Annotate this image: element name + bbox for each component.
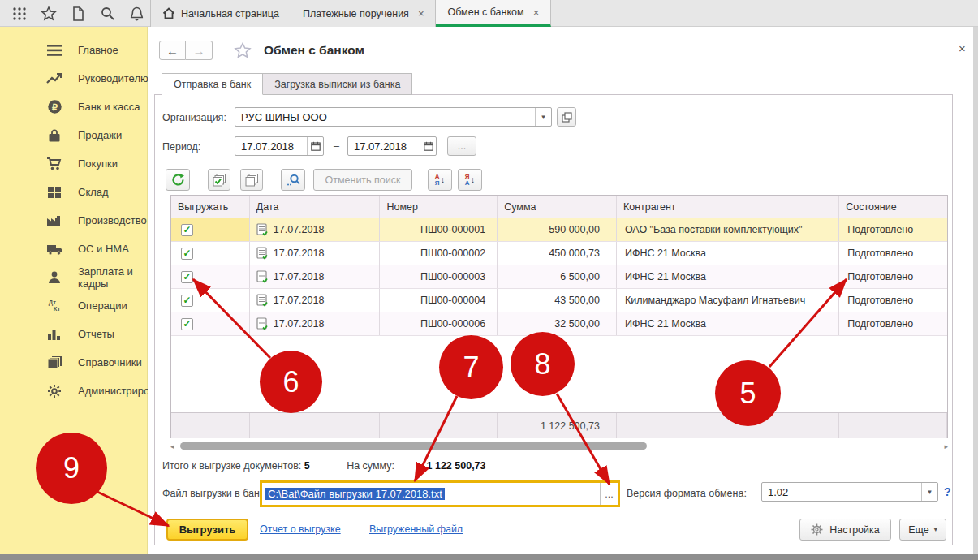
settings-button[interactable]: Настройка [799,519,891,541]
sidebar-item-bank-cash[interactable]: ₽ Банк и касса [0,93,147,121]
chevron-down-icon[interactable]: ▾ [535,108,551,126]
sidebar-item-label: Отчеты [78,328,114,340]
sidebar-item-label: Зарплата и кадры [78,265,147,290]
scroll-left-icon[interactable]: ◂ [170,442,179,450]
sort-asc-button[interactable]: АЯ ↓ [428,169,452,191]
cancel-search-button[interactable]: Отменить поиск [313,169,412,191]
scroll-right-icon[interactable]: ▸ [940,442,948,450]
sort-asc-icon: АЯ ↓ [435,174,445,187]
sidebar-item-label: Склад [78,186,109,198]
favorite-star-icon[interactable] [234,42,252,59]
period-to-field[interactable]: 17.07.2018 [347,136,437,156]
table-row[interactable]: ✓ 17.07.2018 ПШ00-000004 43 500,00 Килим… [171,289,947,312]
cell-counterparty: ОАО "База поставки комплектующих" [617,218,839,241]
row-checkbox[interactable]: ✓ [181,318,193,330]
format-version-value: 1.02 [762,486,921,498]
close-icon[interactable]: × [533,6,540,19]
table-row[interactable]: ✓ 17.07.2018 ПШ00-000003 6 500,00 ИФНС 2… [171,265,947,289]
sort-desc-button[interactable]: ЯА ↓ [458,169,482,191]
table-row[interactable]: ✓ 17.07.2018 ПШ00-000006 32 500,00 ИФНС … [171,312,947,336]
col-export[interactable]: Выгружать [171,196,250,218]
refresh-icon [171,173,185,187]
back-button[interactable]: ← [159,41,186,60]
bell-icon[interactable] [128,6,144,22]
more-button[interactable]: Еще ▾ [899,519,946,541]
row-checkbox[interactable]: ✓ [181,271,193,283]
period-more-button[interactable]: ... [447,136,476,156]
more-label: Еще [908,524,928,536]
uncheck-all-button[interactable] [240,169,263,191]
organization-field[interactable]: РУС ШИНЫ ООО ▾ [235,107,552,127]
chevron-down-icon: ▾ [934,526,937,533]
col-status[interactable]: Состояние [839,196,947,218]
upload-button[interactable]: Выгрузить [166,519,248,541]
open-organization-button[interactable] [557,107,576,127]
sidebar-item-administration[interactable]: Администрирование [0,377,147,405]
col-number[interactable]: Номер [380,196,498,218]
sidebar-item-fixed-assets[interactable]: ОС и НМА [0,235,147,263]
col-amount[interactable]: Сумма [498,196,617,218]
help-link[interactable]: ? [944,485,951,498]
tab-bank-exchange[interactable]: Обмен с банком × [436,0,551,27]
top-bar: Начальная страница Платежные поручения ×… [0,0,978,27]
export-file-value[interactable]: C:\Bat\Файл выгрузки 17.07.2018.txt [265,488,445,500]
sidebar-item-label: Продажи [78,129,122,141]
format-version-label: Версия формата обмена: [627,488,747,499]
tab-payment-orders[interactable]: Платежные поручения × [291,0,437,27]
sidebar-item-production[interactable]: Производство [0,206,147,235]
history-icon[interactable] [70,6,86,22]
row-checkbox[interactable]: ✓ [181,295,193,307]
row-checkbox[interactable]: ✓ [181,248,193,260]
sidebar-item-manager[interactable]: Руководителю [0,64,147,93]
col-counterparty[interactable]: Контрагент [617,196,839,218]
apps-grid-icon[interactable] [11,6,28,22]
tab-load-statement[interactable]: Загрузка выписки из банка [263,73,412,95]
find-button[interactable] [281,169,305,191]
close-icon[interactable]: × [418,7,424,19]
row-checkbox[interactable]: ✓ [181,224,193,236]
search-icon[interactable] [99,6,115,22]
cell-number: ПШ00-000001 [380,218,498,241]
sidebar-item-reports[interactable]: Отчеты [0,320,147,348]
forward-button[interactable]: → [186,41,213,60]
cell-counterparty: Килиманджаро Масуфаил Игнатьевич [617,289,839,312]
sidebar-item-salary-hr[interactable]: Зарплата и кадры [0,263,147,291]
sidebar-item-warehouse[interactable]: Склад [0,178,147,206]
col-date[interactable]: Дата [250,196,381,218]
form-close-icon[interactable]: × [959,41,966,55]
sidebar-item-directories[interactable]: Справочники [0,348,147,377]
cell-amount: 6 500,00 [498,265,617,288]
gear-icon [45,383,63,399]
document-icon [256,247,268,260]
sidebar-item-sales[interactable]: Продажи [0,121,147,149]
sidebar-item-main[interactable]: Главное [0,36,147,64]
tab-send-to-bank[interactable]: Отправка в банк [162,73,263,95]
calendar-icon[interactable] [307,137,323,155]
chart-icon [45,71,63,87]
chevron-down-icon[interactable]: ▾ [921,483,937,501]
calendar-icon[interactable] [420,137,436,155]
sidebar-item-operations[interactable]: ДтКт Операции [0,291,147,320]
check-all-button[interactable] [208,169,230,191]
table-row[interactable]: ✓ 17.07.2018 ПШ00-000001 590 000,00 ОАО … [171,218,947,242]
sidebar-item-label: Производство [78,214,147,226]
export-file-field[interactable]: C:\Bat\Файл выгрузки 17.07.2018.txt ... [260,480,620,507]
browse-file-button[interactable]: ... [600,483,618,505]
scrollbar-thumb[interactable] [180,442,647,450]
upload-report-link[interactable]: Отчет о выгрузке [260,523,341,535]
cell-status: Подготовлено [839,265,947,288]
export-file-label: Файл выгрузки в банк: [162,488,267,499]
horizontal-scrollbar[interactable]: ◂ ▸ [170,441,948,451]
sidebar: Главное Руководителю ₽ Банк и касса Прод… [0,27,148,554]
uploaded-file-link[interactable]: Выгруженный файл [369,523,463,535]
cell-date: 17.07.2018 [274,224,325,235]
amount-value: 1 122 500,73 [427,460,486,472]
format-version-field[interactable]: 1.02 ▾ [761,482,938,502]
sidebar-item-label: Главное [78,44,118,56]
tab-home[interactable]: Начальная страница [150,0,291,27]
refresh-button[interactable] [166,169,190,191]
table-row[interactable]: ✓ 17.07.2018 ПШ00-000002 450 000,73 ИФНС… [171,242,947,265]
favorites-star-icon[interactable] [41,6,57,22]
period-from-field[interactable]: 17.07.2018 [235,136,324,156]
sidebar-item-purchases[interactable]: Покупки [0,149,147,178]
